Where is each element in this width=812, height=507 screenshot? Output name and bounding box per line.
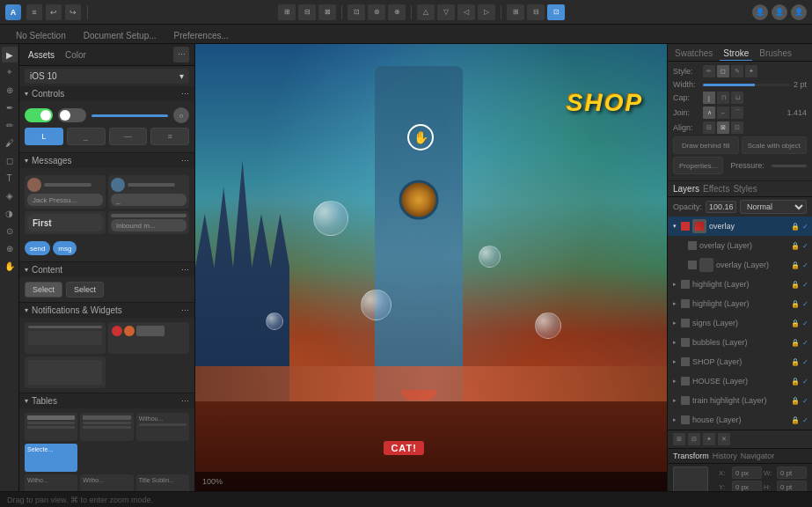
tool-pen[interactable]: ✒ xyxy=(2,99,18,115)
y-value[interactable]: 0 px xyxy=(732,481,762,491)
layer-item-overlay-1[interactable]: overlay (Layer) 🔒 ✓ xyxy=(668,236,812,255)
slider-1[interactable] xyxy=(91,114,168,117)
style-icon-1[interactable]: ✏ xyxy=(703,65,715,77)
tool-snap-3[interactable]: ◁ xyxy=(457,4,475,20)
notif-menu[interactable]: ⋯ xyxy=(181,306,189,315)
tool-crop[interactable]: ⊕ xyxy=(2,82,18,98)
join-icon-1[interactable]: ∧ xyxy=(703,107,715,119)
style-icon-2[interactable]: ◻ xyxy=(717,65,729,77)
tool-hand[interactable]: ✋ xyxy=(2,258,18,274)
tool-align-1[interactable]: ⊞ xyxy=(278,4,296,20)
tab-swatches[interactable]: Swatches xyxy=(671,47,716,61)
pill-btn-1[interactable]: ○ xyxy=(173,107,189,123)
tab-navigator[interactable]: Navigator xyxy=(741,452,775,460)
tables-menu[interactable]: ⋯ xyxy=(181,397,189,406)
tab-transform[interactable]: Transform xyxy=(673,452,709,460)
layer-fx-icon[interactable]: ✦ xyxy=(703,433,715,445)
layer-item-signs[interactable]: ▸ signs (Layer) 🔒 ✓ xyxy=(668,313,812,333)
tool-view-3[interactable]: ⊡ xyxy=(547,4,565,20)
content-btn-select-2[interactable]: Select xyxy=(66,282,104,298)
messages-header[interactable]: ▾ Messages ⋯ xyxy=(19,153,194,168)
style-btn-1[interactable]: L xyxy=(25,128,63,145)
join-icon-3[interactable]: ⌒ xyxy=(731,107,743,119)
toggle-1[interactable] xyxy=(25,108,53,122)
tab-color[interactable]: Color xyxy=(62,49,90,61)
tab-stroke[interactable]: Stroke xyxy=(720,47,752,61)
cap-icon-3[interactable]: ⊔ xyxy=(731,92,743,104)
layer-item-shop[interactable]: ▸ SHOP (Layer) 🔒 ✓ xyxy=(668,352,812,371)
tab-styles[interactable]: Styles xyxy=(733,184,757,194)
redo-icon[interactable]: ↪ xyxy=(65,4,81,20)
blend-mode-select[interactable]: Normal xyxy=(740,200,807,214)
tool-view-1[interactable]: ⊞ xyxy=(507,4,524,20)
tool-dist-2[interactable]: ⊛ xyxy=(368,4,385,20)
tool-align-2[interactable]: ⊟ xyxy=(298,4,316,20)
properties-btn[interactable]: Properties... xyxy=(673,157,723,174)
h-value[interactable]: 0 pt xyxy=(777,481,807,491)
content-header[interactable]: ▾ Content ⋯ xyxy=(19,262,194,277)
notifications-header[interactable]: ▾ Notifications & Widgets ⋯ xyxy=(19,303,194,318)
layer-item-highlight-2[interactable]: ▸ highlight (Layer) 🔒 ✓ xyxy=(668,294,812,313)
avatar-3[interactable]: 👤 xyxy=(791,4,807,20)
avatar-2[interactable]: 👤 xyxy=(772,4,787,20)
tool-node[interactable]: ⌖ xyxy=(2,64,18,80)
layer-item-overlay-group[interactable]: ▾ overlay 🔒 ✓ xyxy=(668,217,812,236)
w-value[interactable]: 0 pt xyxy=(777,467,807,479)
panel-menu-icon[interactable]: ⋯ xyxy=(173,47,189,62)
layer-item-train-highlight[interactable]: ▸ train highlight (Layer) 🔒 ✓ xyxy=(668,391,812,410)
style-btn-2[interactable]: _ xyxy=(67,128,106,145)
tool-fill[interactable]: ◈ xyxy=(2,187,18,203)
x-value[interactable]: 0 px xyxy=(732,467,762,479)
avatar-1[interactable]: 👤 xyxy=(752,4,768,20)
style-btn-4[interactable]: ≡ xyxy=(150,128,189,145)
tab-preferences[interactable]: Preferences... xyxy=(165,27,238,43)
style-btn-3[interactable]: — xyxy=(109,128,148,145)
opacity-input[interactable] xyxy=(706,201,736,213)
tool-shape[interactable]: ◻ xyxy=(2,152,18,168)
cap-icon-1[interactable]: | xyxy=(703,92,715,104)
layer-item-bubbles[interactable]: ▸ bubbles (Layer) 🔒 ✓ xyxy=(668,333,812,352)
tool-snap-1[interactable]: △ xyxy=(417,4,435,20)
tool-align-3[interactable]: ⊠ xyxy=(318,4,336,20)
tool-dist-3[interactable]: ⊕ xyxy=(388,4,406,20)
tool-pointer[interactable]: ▶ xyxy=(2,47,18,62)
tool-gradient[interactable]: ◑ xyxy=(2,205,18,221)
align-icon-2[interactable]: ⊠ xyxy=(717,121,729,134)
ios-selector[interactable]: iOS 10 ▾ xyxy=(25,69,189,84)
join-icon-2[interactable]: ⌐ xyxy=(717,107,729,119)
controls-header[interactable]: ▾ Controls ⋯ xyxy=(19,86,194,101)
layer-group-icon[interactable]: ⊟ xyxy=(688,433,700,445)
tool-snap-4[interactable]: ▷ xyxy=(478,4,495,20)
style-icon-4[interactable]: ✦ xyxy=(745,65,757,77)
toggle-2[interactable] xyxy=(58,108,86,122)
tables-header[interactable]: ▾ Tables ⋯ xyxy=(19,393,194,408)
tool-dist-1[interactable]: ⊡ xyxy=(347,4,365,20)
pressure-slider[interactable] xyxy=(772,165,807,167)
undo-icon[interactable]: ↩ xyxy=(46,4,62,20)
layer-item-overlay-2[interactable]: overlay (Layer) 🔒 ✓ xyxy=(668,255,812,275)
style-icon-3[interactable]: ✎ xyxy=(731,65,743,77)
tool-eyedropper[interactable]: ⊙ xyxy=(2,223,18,239)
layer-delete-icon[interactable]: ✕ xyxy=(718,433,730,445)
tool-snap-2[interactable]: ▽ xyxy=(437,4,455,20)
tab-brushes[interactable]: Brushes xyxy=(756,47,795,61)
draw-behind-fill-btn[interactable]: Draw behind fill xyxy=(673,136,739,154)
tab-history[interactable]: History xyxy=(713,452,737,460)
menu-icon[interactable]: ≡ xyxy=(26,4,42,20)
tool-brush[interactable]: 🖌 xyxy=(2,135,18,151)
align-icon-1[interactable]: ⊟ xyxy=(703,121,715,134)
tool-pencil[interactable]: ✏ xyxy=(2,117,18,133)
tool-text[interactable]: T xyxy=(2,170,18,186)
tab-document-setup[interactable]: Document Setup... xyxy=(75,27,165,43)
cap-icon-2[interactable]: ⊓ xyxy=(717,92,729,104)
align-icon-3[interactable]: ⊡ xyxy=(731,121,743,134)
layer-item-house-lower[interactable]: ▸ house (Layer) 🔒 ✓ xyxy=(668,410,812,430)
content-menu[interactable]: ⋯ xyxy=(181,266,189,275)
tool-view-2[interactable]: ⊟ xyxy=(527,4,545,20)
layer-item-highlight-1[interactable]: ▸ highlight (Layer) 🔒 ✓ xyxy=(668,275,812,294)
tab-assets[interactable]: Assets xyxy=(25,49,58,61)
layer-add-icon[interactable]: ⊞ xyxy=(673,433,685,445)
scale-with-object-btn[interactable]: Scale with object xyxy=(742,136,808,154)
tool-zoom[interactable]: ⊕ xyxy=(2,240,18,256)
layer-item-house[interactable]: ▸ HOUSE (Layer) 🔒 ✓ xyxy=(668,371,812,391)
